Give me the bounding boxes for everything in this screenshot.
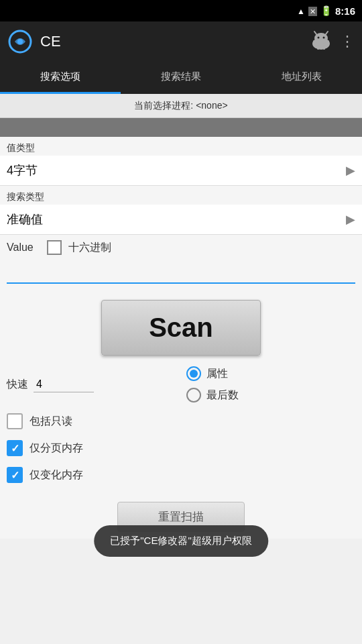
radio-label-1: 最后数 (206, 388, 239, 402)
checkbox-label-0: 包括只读 (29, 415, 72, 429)
toast-message: 已授予"CE修改器"超级用户权限 (94, 525, 268, 557)
overflow-menu-icon[interactable]: ⋮ (340, 33, 354, 50)
tab-search-results[interactable]: 搜索结果 (121, 62, 241, 94)
checkbox-row-1[interactable]: 仅分页内存 (7, 435, 355, 462)
options-area: 快速 属性 最后数 (0, 364, 362, 405)
fast-scan-area: 快速 (7, 366, 176, 402)
wifi-icon (297, 5, 305, 17)
hex-label: 十六进制 (68, 241, 111, 255)
radio-fill (190, 370, 198, 378)
svg-rect-8 (313, 40, 315, 45)
hex-checkbox[interactable] (47, 240, 62, 255)
radio-option-1[interactable]: 最后数 (186, 388, 355, 402)
process-text: 当前选择进程: <none> (134, 100, 227, 112)
checkbox-changed-memory[interactable] (7, 467, 23, 483)
svg-line-7 (326, 32, 328, 34)
radio-option-0[interactable]: 属性 (186, 366, 355, 381)
value-label: Value (7, 241, 40, 254)
value-type-dropdown[interactable]: 4字节 ▶ (0, 156, 362, 186)
battery-icon (320, 5, 332, 17)
tab-address-list[interactable]: 地址列表 (241, 62, 362, 94)
svg-point-1 (17, 39, 23, 44)
value-row: Value 十六进制 (0, 235, 362, 260)
search-type-arrow-icon: ▶ (346, 212, 355, 227)
signal-icon (308, 5, 317, 17)
radio-icon-selected (186, 366, 201, 381)
svg-point-4 (318, 36, 320, 38)
radio-label-0: 属性 (206, 367, 228, 381)
status-icons: 8:16 (297, 5, 355, 17)
tab-bar: 搜索选项 搜索结果 地址列表 (0, 62, 362, 94)
checkbox-paged-memory[interactable] (7, 440, 23, 456)
fast-scan-input[interactable] (34, 377, 94, 392)
content-area: 值类型 4字节 ▶ 搜索类型 准确值 ▶ Value 十六进制 Scan 快速 (0, 137, 362, 539)
checkbox-rows: 包括只读 仅分页内存 仅变化内存 (0, 405, 362, 491)
status-time: 8:16 (335, 5, 355, 17)
svg-line-6 (314, 32, 316, 34)
android-icon[interactable] (310, 29, 332, 55)
fast-scan-label: 快速 (7, 378, 28, 392)
process-bar[interactable]: 当前选择进程: <none> (0, 94, 362, 118)
app-title: CE (40, 33, 302, 50)
value-input[interactable] (7, 263, 355, 284)
progress-bar (0, 118, 362, 137)
status-bar: 8:16 (0, 0, 362, 21)
value-type-value: 4字节 (7, 162, 38, 178)
svg-rect-9 (327, 40, 329, 45)
checkbox-label-2: 仅变化内存 (29, 468, 83, 482)
app-bar: CE ⋮ (0, 21, 362, 62)
tab-search-options[interactable]: 搜索选项 (0, 62, 121, 94)
value-type-label: 值类型 (0, 137, 362, 156)
checkbox-row-2[interactable]: 仅变化内存 (7, 462, 355, 488)
radio-options-area: 属性 最后数 (186, 366, 355, 402)
app-logo-icon (8, 30, 32, 54)
search-type-label: 搜索类型 (0, 186, 362, 205)
search-type-dropdown[interactable]: 准确值 ▶ (0, 205, 362, 235)
checkbox-row-0[interactable]: 包括只读 (7, 408, 355, 435)
svg-rect-10 (317, 45, 319, 50)
radio-icon-empty (186, 388, 201, 402)
checkbox-label-1: 仅分页内存 (29, 441, 83, 455)
scan-button[interactable]: Scan (101, 300, 261, 356)
fast-scan-row: 快速 (7, 377, 176, 392)
svg-point-5 (323, 36, 325, 38)
checkbox-include-readonly[interactable] (7, 413, 23, 429)
svg-rect-11 (323, 45, 325, 50)
scan-button-area: Scan (0, 286, 362, 364)
value-type-arrow-icon: ▶ (346, 163, 355, 178)
progress-fill (0, 118, 362, 137)
value-input-area (0, 260, 362, 286)
search-type-value: 准确值 (7, 211, 43, 227)
